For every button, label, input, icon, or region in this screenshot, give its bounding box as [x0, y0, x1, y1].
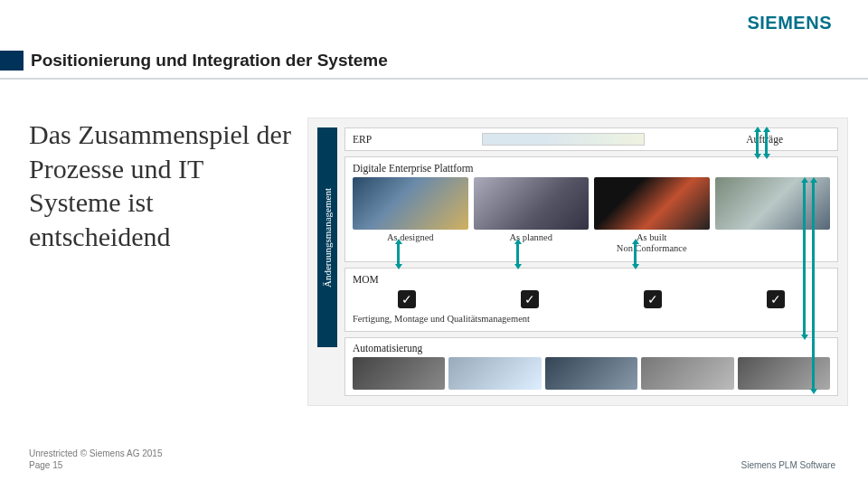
auto-image-5 — [738, 357, 830, 390]
auto-image-2 — [448, 357, 541, 390]
erp-label: ERP — [353, 134, 372, 145]
page-title: Positionierung und Integration der Syste… — [31, 51, 388, 71]
footer: Unrestricted © Siemens AG 2015 Page 15 S… — [29, 448, 835, 470]
dep-label-2: As planned — [509, 232, 552, 243]
erp-right-label: Aufträge — [746, 134, 783, 145]
dep-image-4 — [715, 177, 831, 230]
headline-text: Das Zusam­menspiel der Prozesse und IT S… — [29, 118, 291, 406]
change-management-label: Änderuungsmanagement — [322, 188, 333, 288]
mom-sublabel: Fertigung, Montage und Qualitätsmanageme… — [353, 314, 830, 324]
dep-label: Digitale Enterprise Plattform — [353, 163, 830, 174]
auto-image-3 — [545, 357, 637, 390]
dep-spacer: As built Non Conformance — [594, 177, 710, 254]
check-icon: ✓ — [521, 290, 539, 308]
architecture-diagram: Änderuungsmanagement ERP Aufträge Digita… — [307, 118, 848, 406]
footer-page: Page 15 — [29, 460, 162, 470]
dep-label-1: As designed — [387, 232, 434, 243]
layer-automation: Automatisierung — [344, 337, 838, 396]
footer-product: Siemens PLM Software — [741, 460, 836, 470]
dep-image-1 — [353, 177, 468, 230]
mom-label: MOM — [353, 274, 830, 285]
dep-col-as-built — [715, 177, 831, 254]
dep-col-as-planned: As planned — [474, 177, 590, 254]
layer-mom: MOM ✓ ✓ ✓ ✓ Fertigung, Montage und Quali… — [344, 268, 838, 332]
check-icon: ✓ — [398, 290, 416, 308]
title-underline — [0, 78, 868, 80]
check-icon: ✓ — [767, 290, 785, 308]
layer-erp: ERP Aufträge — [344, 127, 838, 151]
auto-label: Automatisierung — [353, 343, 830, 354]
dep-image-2 — [474, 177, 590, 230]
check-icon: ✓ — [644, 290, 662, 308]
dep-col-as-designed: As designed — [353, 177, 468, 254]
brand-logo: SIEMENS — [747, 13, 832, 33]
dep-image-3 — [594, 177, 710, 230]
change-management-bar: Änderuungsmanagement — [317, 127, 337, 347]
auto-image-4 — [641, 357, 733, 390]
layer-digital-enterprise: Digitale Enterprise Plattform As designe… — [344, 156, 838, 262]
page-title-bar: Positionierung und Integration der Syste… — [0, 51, 388, 71]
title-accent — [0, 51, 24, 71]
footer-copyright: Unrestricted © Siemens AG 2015 — [29, 448, 162, 458]
erp-screenshot-placeholder — [482, 133, 645, 146]
auto-image-1 — [353, 357, 445, 390]
dep-label-3: As built Non Conformance — [617, 232, 687, 254]
